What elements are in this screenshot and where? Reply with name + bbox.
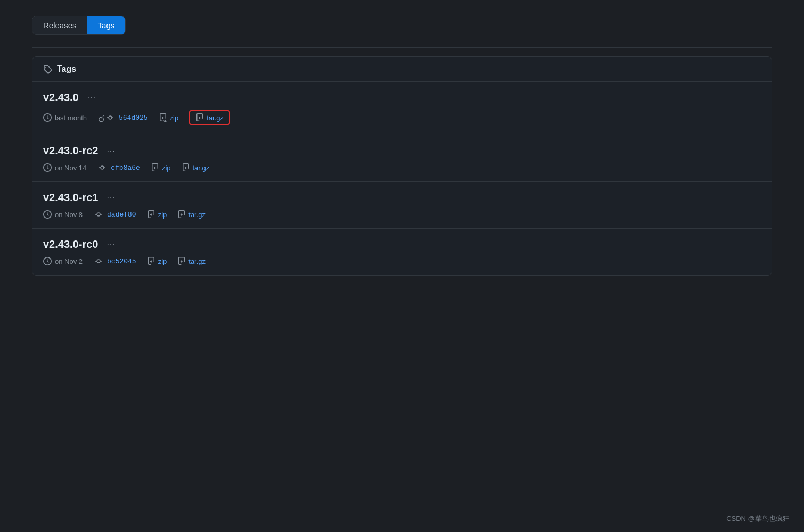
date-item-rc2: on Nov 14: [43, 163, 86, 172]
clock-icon: [43, 113, 52, 122]
page-container: Releases Tags Tags v2.43.0 ··· last: [0, 0, 804, 292]
tag-date-v2430: last month: [55, 114, 87, 122]
commit-hash-v2430[interactable]: 564d025: [119, 114, 148, 122]
tag-row-title: v2.43.0 ···: [43, 92, 761, 104]
tab-divider: [32, 47, 772, 48]
svg-point-3: [101, 166, 104, 169]
commit-icon: [105, 114, 116, 121]
zip-icon-rc0: [147, 257, 155, 265]
tag-version-v2430[interactable]: v2.43.0: [43, 92, 79, 104]
clock-icon-rc0: [43, 257, 52, 265]
tag-date-rc1: on Nov 8: [55, 211, 83, 219]
svg-point-9: [97, 260, 100, 263]
tag-version-v2430rc0[interactable]: v2.43.0-rc0: [43, 238, 98, 251]
tgz-label-rc2: tar.gz: [193, 164, 210, 172]
tag-options-button-rc0[interactable]: ···: [103, 239, 118, 251]
tag-row-rc2: v2.43.0-rc2 ··· on Nov 14 cfb8a6e: [32, 135, 772, 182]
tgz-download-rc1[interactable]: tar.gz: [177, 210, 206, 219]
tag-options-button-rc1[interactable]: ···: [103, 192, 118, 204]
commit-hash-rc1[interactable]: dadef80: [107, 211, 136, 219]
zip-label-rc0: zip: [158, 257, 167, 265]
tgz-label-v2430: tar.gz: [207, 114, 224, 122]
tags-section: Tags v2.43.0 ··· last month: [32, 56, 772, 276]
svg-point-0: [109, 116, 112, 119]
tag-version-v2430rc2[interactable]: v2.43.0-rc2: [43, 145, 98, 157]
date-item: last month: [43, 113, 87, 122]
tag-version-v2430rc1[interactable]: v2.43.0-rc1: [43, 192, 98, 204]
zip-download-v2430[interactable]: zip: [159, 113, 179, 122]
tab-bar: Releases Tags: [32, 16, 126, 35]
tag-row-title-rc2: v2.43.0-rc2 ···: [43, 145, 761, 157]
tag-row-meta-v2430: last month 564d025: [43, 110, 761, 125]
date-item-rc1: on Nov 8: [43, 210, 83, 219]
tgz-icon-rc2: [182, 163, 190, 172]
zip-label-v2430: zip: [170, 114, 179, 122]
zip-download-rc1[interactable]: zip: [147, 210, 167, 219]
tag-date-rc2: on Nov 14: [55, 164, 86, 172]
tgz-icon-v2430: [195, 113, 204, 122]
tag-row-meta-rc0: on Nov 2 bc52045 zip: [43, 257, 761, 265]
commit-item-rc0: bc52045: [93, 257, 136, 265]
tab-tags[interactable]: Tags: [87, 16, 126, 34]
commit-hash-rc0[interactable]: bc52045: [107, 257, 136, 265]
tgz-label-rc1: tar.gz: [188, 211, 206, 219]
tag-row-meta-rc1: on Nov 8 dadef80 zip: [43, 210, 761, 219]
zip-label-rc2: zip: [162, 164, 171, 172]
tgz-icon-rc1: [177, 210, 186, 219]
tags-title: Tags: [57, 64, 76, 74]
tgz-download-rc0[interactable]: tar.gz: [177, 257, 206, 265]
zip-download-rc0[interactable]: zip: [147, 257, 167, 265]
zip-icon: [159, 113, 167, 122]
commit-icon-rc0: [93, 258, 104, 264]
tag-row-title-rc1: v2.43.0-rc1 ···: [43, 192, 761, 204]
commit-icon-rc1: [93, 211, 104, 218]
tag-row-rc0: v2.43.0-rc0 ··· on Nov 2 bc52045: [32, 229, 772, 275]
zip-icon-rc2: [151, 163, 159, 172]
commit-hash-rc2[interactable]: cfb8a6e: [111, 164, 140, 172]
watermark: CSDN @菜鸟也疯狂_: [726, 514, 793, 523]
zip-icon-rc1: [147, 210, 155, 219]
date-item-rc0: on Nov 2: [43, 257, 83, 265]
tag-row-meta-rc2: on Nov 14 cfb8a6e zip: [43, 163, 761, 172]
tgz-highlight-box-v2430[interactable]: tar.gz: [189, 110, 230, 125]
commit-item: 564d025: [97, 113, 148, 122]
clock-icon-rc2: [43, 163, 52, 172]
tgz-icon-rc0: [177, 257, 186, 265]
tag-row-rc1: v2.43.0-rc1 ··· on Nov 8 dadef80: [32, 182, 772, 229]
svg-point-6: [97, 213, 100, 216]
commit-item-rc2: cfb8a6e: [97, 164, 140, 172]
commit-item-rc1: dadef80: [93, 211, 136, 219]
zip-download-rc2[interactable]: zip: [151, 163, 171, 172]
tags-header: Tags: [32, 57, 772, 82]
zip-label-rc1: zip: [158, 211, 167, 219]
clock-icon-rc1: [43, 210, 52, 219]
tgz-label-rc0: tar.gz: [188, 257, 206, 265]
commit-icon-rc2: [97, 164, 108, 171]
tab-releases[interactable]: Releases: [32, 16, 87, 34]
tag-options-button-rc2[interactable]: ···: [103, 145, 118, 157]
tag-row: v2.43.0 ··· last month: [32, 82, 772, 135]
tag-row-title-rc0: v2.43.0-rc0 ···: [43, 238, 761, 251]
tag-date-rc0: on Nov 2: [55, 257, 83, 265]
tgz-download-rc2[interactable]: tar.gz: [182, 163, 210, 172]
tag-icon: [43, 64, 53, 74]
tag-options-button-v2430[interactable]: ···: [84, 92, 99, 104]
